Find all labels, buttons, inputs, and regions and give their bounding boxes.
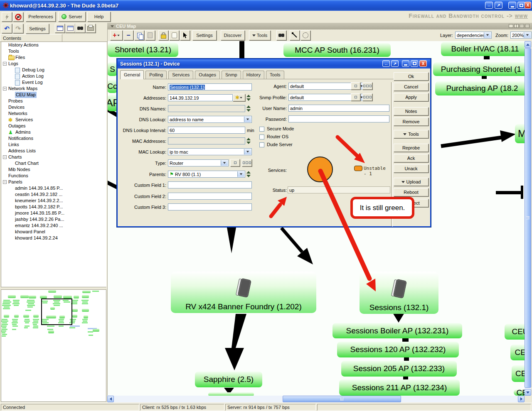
chevron-down-icon[interactable] <box>244 117 251 122</box>
map-node-purchasing-shoretel-1[interactable]: Purchasing Shoretel (1 <box>433 62 525 76</box>
chevron-down-icon[interactable] <box>244 149 251 154</box>
map-node-purchasing-ap-18-2[interactable]: Purchasing AP (18.2 <box>435 81 525 95</box>
ack-button[interactable]: Ack <box>394 154 429 162</box>
map-node-sessions-boiler-ap-132-231[interactable]: Sessions Boiler AP (132.231) <box>332 323 462 338</box>
sidebar-item-mib-nodes[interactable]: Mib Nodes <box>1 166 106 173</box>
discover-button[interactable]: Discover <box>221 30 245 40</box>
sidebar-item-history-actions[interactable]: History Actions <box>1 42 106 48</box>
layout-hsplit-icon[interactable] <box>520 24 524 28</box>
map-node-mcc-ap-south-16-231[interactable]: MCC AP South (16.231) <box>283 43 391 57</box>
snmp-profile-list-button[interactable] <box>362 93 372 101</box>
sidebar-item-ceastin-144-39-2-182[interactable]: ceastin 144.39.2.182 ... <box>1 191 106 198</box>
user-name-field[interactable]: admin <box>288 105 389 112</box>
remove-button[interactable]: Remove <box>394 117 429 126</box>
sidebar-item-emantz-144-39-2-240[interactable]: emantz 144.39.2.240 ... <box>1 223 106 229</box>
expander-minus-icon[interactable]: − <box>3 155 7 159</box>
settings-button[interactable]: Settings <box>26 24 49 34</box>
map-node-m[interactable]: M <box>515 124 525 143</box>
pan-tool-button[interactable] <box>169 30 179 40</box>
window-titlebar[interactable]: khoward@144.39.2.30 - The Dude 3.0beta7 … <box>0 0 532 11</box>
map-settings-button[interactable]: Settings <box>192 30 217 40</box>
chevron-down-icon[interactable] <box>524 32 531 38</box>
upload-button[interactable]: Upload <box>394 178 429 186</box>
redo-button[interactable]: ↷ <box>13 24 23 33</box>
tools-button[interactable]: Tools <box>394 130 429 138</box>
custom-field-3-field[interactable] <box>168 203 252 210</box>
preferences-button[interactable]: Preferences <box>26 12 56 22</box>
chevron-down-icon[interactable] <box>484 32 491 38</box>
agent-list-button[interactable] <box>362 82 372 90</box>
type-select[interactable]: Router <box>168 159 229 166</box>
map-overview-minimap[interactable] <box>1 289 106 402</box>
secure-mode-checkbox[interactable] <box>259 127 264 132</box>
type-list-button[interactable] <box>242 159 252 166</box>
map-node-sessions-120-ap-132-232[interactable]: Sessions 120 AP (132.232) <box>337 342 459 357</box>
map-node-co[interactable]: Co <box>107 80 118 93</box>
sidebar-item-khoward-panel[interactable]: khoward Panel <box>1 229 106 235</box>
name-field[interactable]: Sessions (132.1) <box>168 83 252 91</box>
cancel-button[interactable]: Cancel <box>394 83 429 91</box>
undo-button[interactable]: ↶ <box>2 24 12 33</box>
sidebar-item-devices[interactable]: Devices <box>1 104 106 110</box>
sidebar-item-network-maps[interactable]: −Network Maps <box>1 86 106 92</box>
type-edit-button[interactable] <box>230 159 240 166</box>
sidebar-item-networks[interactable]: Networks <box>1 110 106 117</box>
addresses-field[interactable]: 144.39.132.19 <box>168 94 233 101</box>
scroll-left-button[interactable] <box>107 396 114 402</box>
scroll-up-button[interactable] <box>525 41 531 48</box>
detach-button[interactable]: ↗ <box>495 2 502 9</box>
apply-button[interactable]: Apply <box>394 93 429 101</box>
minimap-viewport[interactable] <box>41 298 72 325</box>
disconnect-toolbar-button[interactable] <box>13 12 23 22</box>
close-button[interactable]: X <box>525 2 531 9</box>
snmp-profile-edit-button[interactable] <box>351 93 360 101</box>
map-node-boiler-hvac-18-11[interactable]: Boiler HVAC (18.11 <box>441 42 525 56</box>
dock-button[interactable]: ↔ <box>485 2 493 9</box>
sidebar-item-address-lists[interactable]: Address Lists <box>1 148 106 154</box>
dns-lookup-interval-field[interactable]: 60 <box>168 127 245 134</box>
help-button[interactable]: Help <box>87 12 111 22</box>
paste-button[interactable] <box>145 30 155 40</box>
scroll-right-button[interactable] <box>518 396 525 402</box>
parents-spinner[interactable] <box>246 171 251 178</box>
map-vscrollbar[interactable] <box>525 41 531 396</box>
layer-select[interactable]: dependencies <box>455 32 492 39</box>
custom-field-2-field[interactable] <box>168 193 252 200</box>
contents-header[interactable]: Contents <box>0 34 107 42</box>
export-button[interactable] <box>55 24 65 33</box>
layout-vsplit-icon[interactable] <box>514 24 519 28</box>
sidebar-item-bpotts-144-39-2-182-p[interactable]: bpotts 144.39.2.182 P... <box>1 204 106 210</box>
sidebar-item-files[interactable]: Files <box>1 54 106 61</box>
custom-field-1-field[interactable] <box>168 181 252 188</box>
sidebar-item-jmoore-144-39-15-85-p[interactable]: jmoore 144.39.15.85 P... <box>1 210 106 216</box>
reboot-button[interactable]: Reboot <box>394 188 429 196</box>
vscrollbar-thumb[interactable] <box>525 48 531 388</box>
dude-server-checkbox[interactable] <box>259 142 264 147</box>
expander-minus-icon[interactable]: − <box>3 180 7 184</box>
chevron-down-icon[interactable] <box>221 160 228 166</box>
lock-button[interactable] <box>158 30 168 40</box>
select-tool-button[interactable] <box>180 30 190 40</box>
hscrollbar-thumb[interactable] <box>283 396 401 402</box>
map-node-rv-x424-banner-foundry-1-202[interactable]: RV x424 Banner Foundry (1.202) <box>171 272 316 313</box>
map-node-ceu[interactable]: CEU <box>510 345 525 360</box>
map-node-ceu[interactable]: CEU <box>512 365 525 382</box>
branding-www-link[interactable]: www <box>515 12 528 19</box>
expander-minus-icon[interactable]: − <box>3 62 7 66</box>
server-button[interactable]: Server <box>58 12 86 22</box>
map-node-sessions-132-1[interactable]: Sessions (132.1) <box>360 272 438 314</box>
layout-single-icon[interactable] <box>509 24 513 28</box>
map-node-s[interactable]: S <box>107 62 118 76</box>
map-node-sessions-211-ap-132-234[interactable]: Sessions 211 AP (132.234) <box>339 379 460 396</box>
sidebar-item-logs[interactable]: −Logs <box>1 61 106 67</box>
map-node-ceu[interactable]: CEU <box>505 324 525 340</box>
sidebar-item-functions[interactable]: Functions <box>1 173 106 179</box>
sidebar-item-services[interactable]: ✱Services <box>1 117 106 123</box>
dns-names-spinner[interactable] <box>246 105 251 112</box>
sidebar-item-outages[interactable]: Outages <box>1 123 106 129</box>
sidebar-item-links[interactable]: Links <box>1 142 106 148</box>
mac-addresses-spinner[interactable] <box>246 137 251 144</box>
services-status-pie[interactable] <box>307 157 333 182</box>
sidebar-item-probes[interactable]: Probes <box>1 98 106 104</box>
scroll-down-button[interactable] <box>525 389 531 396</box>
